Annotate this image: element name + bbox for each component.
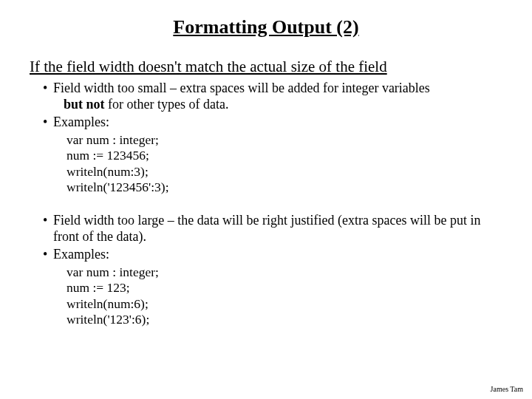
code-line: writeln('123':6); (66, 312, 502, 327)
slide: Formatting Output (2) If the field width… (0, 0, 532, 399)
footer-author: James Tam (491, 385, 523, 393)
bullet-text: Examples: (53, 247, 109, 262)
code-line: writeln(num:6); (66, 296, 502, 312)
bullet-text: Field width too small – extra spaces wil… (53, 81, 430, 95)
code-block-2: var num : integer; num := 123; writeln(n… (66, 265, 502, 327)
code-line: var num : integer; (66, 132, 502, 148)
code-line: num := 123456; (66, 148, 502, 163)
page-title: Formatting Output (2) (30, 16, 502, 38)
bullet-text-line2: but not for other types of data. (53, 97, 502, 113)
code-line: writeln('123456':3); (66, 180, 502, 195)
spacer (30, 204, 502, 213)
list-item: Examples: (43, 247, 502, 263)
list-item: Examples: (43, 115, 502, 131)
code-line: writeln(num:3); (66, 164, 502, 180)
code-block-1: var num : integer; num := 123456; writel… (66, 132, 502, 195)
bullet-list-2: Field width too large – the data will be… (43, 213, 502, 263)
emphasis: but not (64, 97, 105, 112)
bullet-text: Field width too large – the data will be… (53, 213, 481, 244)
code-line: num := 123; (66, 280, 502, 296)
list-item: Field width too large – the data will be… (43, 213, 502, 245)
bullet-text-rest: for other types of data. (105, 97, 229, 112)
bullet-list-1: Field width too small – extra spaces wil… (43, 81, 502, 131)
bullet-text: Examples: (53, 115, 109, 129)
code-line: var num : integer; (66, 265, 502, 280)
list-item: Field width too small – extra spaces wil… (43, 81, 502, 113)
lead-sentence: If the field width doesn't match the act… (30, 58, 502, 76)
